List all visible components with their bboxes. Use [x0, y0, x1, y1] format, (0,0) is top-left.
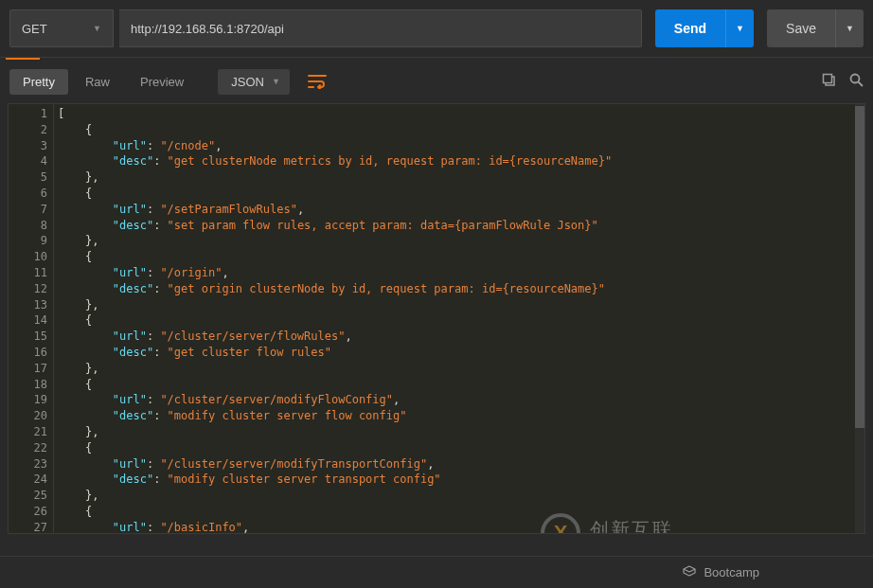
scrollbar-track[interactable]: [855, 104, 864, 533]
save-button-group: Save ▼: [759, 9, 864, 47]
status-bar: Bootcamp: [0, 556, 873, 588]
code-line: {: [58, 440, 864, 456]
svg-point-2: [851, 75, 860, 83]
code-line: "desc": "get origin clusterNode by id, r…: [58, 281, 864, 297]
format-select[interactable]: JSON ▼: [218, 69, 290, 95]
send-dropdown[interactable]: ▼: [725, 9, 754, 47]
tab-preview[interactable]: Preview: [127, 69, 197, 95]
code-line: },: [58, 233, 864, 249]
code-line: "desc": "set param flow rules, accept pa…: [58, 218, 864, 234]
code-line: "url": "/cluster/server/flowRules",: [58, 329, 864, 345]
request-bar: GET ▼ Send ▼ Save ▼: [0, 0, 873, 58]
copy-icon[interactable]: [822, 73, 836, 90]
code-line: "desc": "get cluster flow rules": [58, 345, 864, 361]
code-line: "desc": "modify cluster server flow conf…: [58, 408, 864, 424]
http-method-value: GET: [22, 22, 47, 36]
response-body: 1234567891011121314151617181920212223242…: [8, 103, 865, 534]
send-button-group: Send ▼: [655, 9, 754, 47]
code-line: "url": "/cluster/server/modifyFlowConfig…: [58, 392, 864, 408]
wrap-lines-icon[interactable]: [301, 67, 333, 96]
tab-raw[interactable]: Raw: [72, 69, 123, 95]
code-line: "url": "/cluster/server/modifyTransportC…: [58, 456, 864, 472]
code-line: {: [58, 186, 864, 202]
http-method-select[interactable]: GET ▼: [9, 9, 114, 47]
search-icon[interactable]: [849, 73, 864, 90]
response-actions: [822, 73, 864, 90]
code-line: "url": "/cnode",: [58, 138, 864, 154]
code-line: {: [58, 377, 864, 393]
code-line: "desc": "modify cluster server transport…: [58, 472, 864, 488]
line-gutter: 1234567891011121314151617181920212223242…: [9, 104, 54, 533]
save-dropdown[interactable]: ▼: [835, 9, 864, 47]
send-button[interactable]: Send: [655, 9, 725, 47]
code-line: },: [58, 488, 864, 504]
code-line: "url": "/setParamFlowRules",: [58, 202, 864, 218]
response-tabs: Pretty Raw Preview JSON ▼: [0, 60, 873, 103]
chevron-down-icon: ▼: [272, 77, 280, 86]
code-line: {: [58, 249, 864, 265]
tab-pretty[interactable]: Pretty: [9, 69, 68, 95]
scrollbar-thumb[interactable]: [855, 106, 864, 428]
chevron-down-icon: ▼: [93, 24, 101, 33]
code-line: {: [58, 504, 864, 520]
svg-rect-1: [824, 75, 832, 83]
code-line: "url": "/basicInfo",: [58, 520, 864, 534]
code-line: },: [58, 169, 864, 186]
bootcamp-icon: [683, 565, 696, 579]
code-line: },: [58, 361, 864, 377]
code-line: [: [58, 106, 864, 122]
code-line: {: [58, 122, 864, 138]
code-area[interactable]: [ { "url": "/cnode", "desc": "get cluste…: [54, 104, 864, 533]
svg-line-3: [859, 82, 864, 87]
code-line: "url": "/origin",: [58, 265, 864, 281]
code-line: "desc": "get clusterNode metrics by id, …: [58, 153, 864, 169]
code-line: {: [58, 312, 864, 329]
format-value: JSON: [231, 75, 264, 89]
bootcamp-link[interactable]: Bootcamp: [704, 565, 759, 579]
code-line: },: [58, 424, 864, 440]
save-button[interactable]: Save: [767, 9, 835, 47]
url-input[interactable]: [119, 9, 642, 47]
code-line: },: [58, 297, 864, 313]
